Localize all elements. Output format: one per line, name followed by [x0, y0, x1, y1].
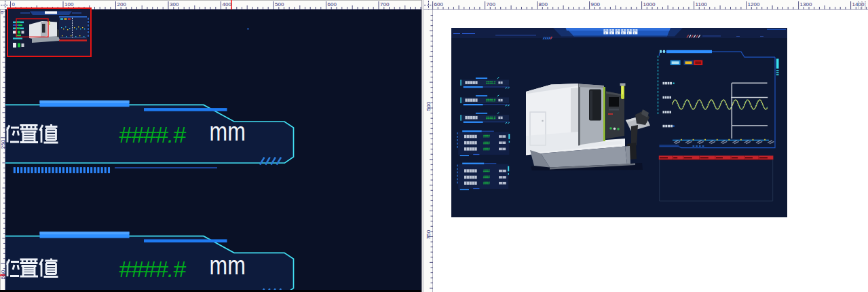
svg-text:mm: mm	[210, 117, 246, 147]
svg-text:mm: mm	[210, 251, 246, 280]
svg-text:####.#: ####.#	[119, 122, 187, 147]
svg-text:####.#: ####.#	[119, 256, 187, 282]
